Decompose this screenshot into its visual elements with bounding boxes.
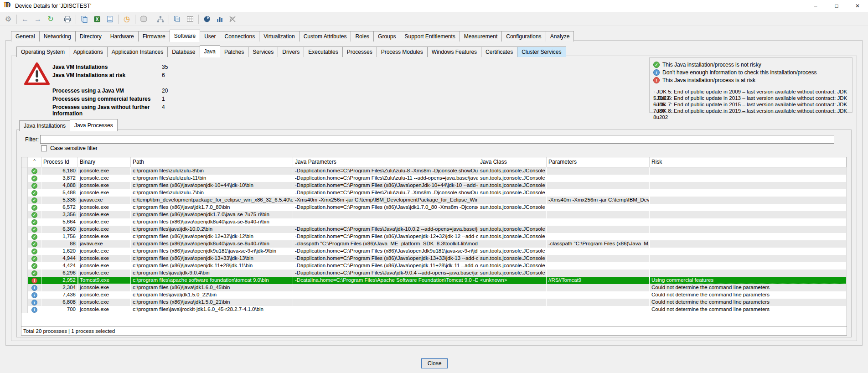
cell-parameters xyxy=(547,175,650,182)
process-row-4888[interactable]: ✓4,888jconsole.exec:\program files (x86)… xyxy=(21,182,847,189)
process-row-88[interactable]: ✓88javaw.exec:\program files (x86)\java\… xyxy=(21,240,847,248)
pie-chart-icon[interactable] xyxy=(201,14,213,25)
cell-risk: Could not determine the command line par… xyxy=(650,291,847,299)
close-window-button[interactable]: ✕ xyxy=(847,0,868,12)
tab-firmware[interactable]: Firmware xyxy=(138,31,170,41)
process-row-6180[interactable]: ✓6,180jconsole.exec:\program files\zulu\… xyxy=(21,167,847,175)
status-column-header[interactable]: ^ xyxy=(28,157,41,167)
subtab-drivers[interactable]: Drivers xyxy=(278,47,304,57)
table-view-icon[interactable] xyxy=(184,14,196,25)
refresh-icon[interactable]: ↻ xyxy=(45,14,57,25)
close-button[interactable]: Close xyxy=(421,358,448,368)
process-row-3872[interactable]: ✓3,872jconsole.exec:\program files\zulu\… xyxy=(21,175,847,182)
export-excel-icon[interactable]: X xyxy=(91,14,103,25)
print-icon[interactable] xyxy=(62,14,73,25)
column-header-risk[interactable]: Risk xyxy=(650,157,847,167)
column-header-process-id[interactable]: Process Id xyxy=(41,157,78,167)
subtab-operating-system[interactable]: Operating System xyxy=(16,47,69,57)
case-sensitive-checkbox[interactable] xyxy=(41,145,47,151)
row-header xyxy=(21,240,28,248)
process-row-5488[interactable]: ✓5,488jconsole.exec:\program files\zulu\… xyxy=(21,189,847,197)
process-row-1756[interactable]: ✓1,756jconsole.exec:\program files (x86)… xyxy=(21,233,847,240)
column-header-java-parameters[interactable]: Java Parameters xyxy=(293,157,478,167)
column-header-parameters[interactable]: Parameters xyxy=(547,157,650,167)
minimize-button[interactable]: – xyxy=(805,0,826,12)
tab-analyze[interactable]: Analyze xyxy=(546,31,574,41)
column-header-path[interactable]: Path xyxy=(131,157,293,167)
info-status-icon: i xyxy=(31,292,37,298)
process-row-2304[interactable]: i2,304jconsole.exec:\program files (x86)… xyxy=(21,284,847,291)
ok-status-icon: ✓ xyxy=(31,197,37,203)
cell-path: c:\program files (x86)\java\openjdk-13+3… xyxy=(131,255,293,262)
process-row-5664[interactable]: ✓5,664jconsole.exec:\program files (x86)… xyxy=(21,218,847,226)
radar-icon[interactable] xyxy=(227,14,238,25)
java-tab-java-processes[interactable]: Java Processes xyxy=(70,119,118,131)
cell-parameters xyxy=(547,167,650,175)
stat-value: 1 xyxy=(162,96,165,103)
tab-directory[interactable]: Directory xyxy=(75,31,106,41)
row-header xyxy=(21,284,28,291)
tab-groups[interactable]: Groups xyxy=(373,31,400,41)
settings-icon[interactable]: ⚙ xyxy=(2,14,14,25)
tab-support-entitlements[interactable]: Support Entitlements xyxy=(400,31,460,41)
tab-general[interactable]: General xyxy=(11,31,40,41)
process-row-4424[interactable]: ✓4,424jconsole.exec:\program files (x86)… xyxy=(21,262,847,269)
subtab-cluster-services[interactable]: Cluster Services xyxy=(517,47,566,57)
tab-roles[interactable]: Roles xyxy=(351,31,374,41)
subtab-patches[interactable]: Patches xyxy=(220,47,248,57)
tab-virtualization[interactable]: Virtualization xyxy=(259,31,299,41)
subtab-windows-features[interactable]: Windows Features xyxy=(427,47,481,57)
subtab-database[interactable]: Database xyxy=(167,47,200,57)
stat-java-vm-installations: Java VM Installations35 xyxy=(52,64,326,71)
process-row-6572[interactable]: ✓6,572jconsole.exec:\program files (x86)… xyxy=(21,204,847,211)
process-row-4944[interactable]: ✓4,944jconsole.exec:\program files (x86)… xyxy=(21,255,847,262)
java-tab-java-installations[interactable]: Java Installations xyxy=(19,120,70,131)
process-row-6360[interactable]: ✓6,360jconsole.exec:\program files\java\… xyxy=(21,226,847,233)
subtab-applications[interactable]: Applications xyxy=(69,47,108,57)
topology-icon[interactable] xyxy=(155,14,166,25)
process-row-700[interactable]: i700jconsole.exec:\program files\java\jr… xyxy=(21,306,847,313)
subtab-certificates[interactable]: Certificates xyxy=(481,47,517,57)
subtab-process-modules[interactable]: Process Modules xyxy=(377,47,428,57)
subtab-services[interactable]: Services xyxy=(248,47,278,57)
cell-java-class: sun.tools.jconsole.JConsole xyxy=(478,262,547,269)
tab-software[interactable]: Software xyxy=(170,30,200,42)
tab-custom-attributes[interactable]: Custom Attributes xyxy=(299,31,351,41)
cell-java-class: sun.tools.jconsole.JConsole xyxy=(478,226,547,233)
database-icon[interactable] xyxy=(138,14,150,25)
column-header-binary[interactable]: Binary xyxy=(78,157,131,167)
maximize-button[interactable]: □ xyxy=(826,0,847,12)
copy-icon[interactable] xyxy=(78,14,90,25)
process-row-6296[interactable]: ✓6,296jconsole.exec:\program files\java\… xyxy=(21,269,847,277)
copy-report-icon[interactable] xyxy=(171,14,183,25)
subtab-executables[interactable]: Executables xyxy=(304,47,342,57)
process-row-6808[interactable]: i6,808jconsole.exec:\program files (x86)… xyxy=(21,299,847,306)
history-icon[interactable]: ◷ xyxy=(121,14,133,25)
nav-forward-icon[interactable]: → xyxy=(32,14,44,25)
bar-chart-icon[interactable] xyxy=(214,14,226,25)
process-row-3356[interactable]: ✓3,356jconsole.exec:\program files (x86)… xyxy=(21,211,847,218)
main-tab-row: GeneralNetworkingDirectoryHardwareFirmwa… xyxy=(11,30,574,41)
export-document-icon[interactable] xyxy=(104,14,116,25)
tab-connections[interactable]: Connections xyxy=(220,31,259,41)
tab-measurement[interactable]: Measurement xyxy=(460,31,502,41)
nav-back-icon[interactable]: ← xyxy=(19,14,31,25)
tab-configurations[interactable]: Configurations xyxy=(501,31,546,41)
tab-hardware[interactable]: Hardware xyxy=(106,31,139,41)
process-row-1620[interactable]: ✓1,620jconsole.exec:\program files (x86)… xyxy=(21,248,847,255)
cell-process-id: 3,356 xyxy=(41,211,78,218)
subtab-java[interactable]: Java xyxy=(200,45,220,57)
column-header-java-class[interactable]: Java Class xyxy=(478,157,547,167)
subtab-processes[interactable]: Processes xyxy=(342,47,377,57)
toolbar-separator xyxy=(169,15,169,24)
process-row-5336[interactable]: ✓5,336javaw.exec:\temp\ibm_developmentpa… xyxy=(21,197,847,204)
cell-risk xyxy=(650,248,847,255)
process-row-7436[interactable]: i7,436jconsole.exec:\program files\java\… xyxy=(21,291,847,299)
tab-user[interactable]: User xyxy=(200,31,220,41)
filter-input[interactable] xyxy=(40,135,834,144)
subtab-application-instances[interactable]: Application Instances xyxy=(107,47,168,57)
tab-networking[interactable]: Networking xyxy=(39,31,76,41)
row-header xyxy=(21,226,28,233)
process-row-2952[interactable]: !2,952Tomcat9.exec:\program files\apache… xyxy=(21,277,847,284)
cell-parameters xyxy=(547,255,650,262)
